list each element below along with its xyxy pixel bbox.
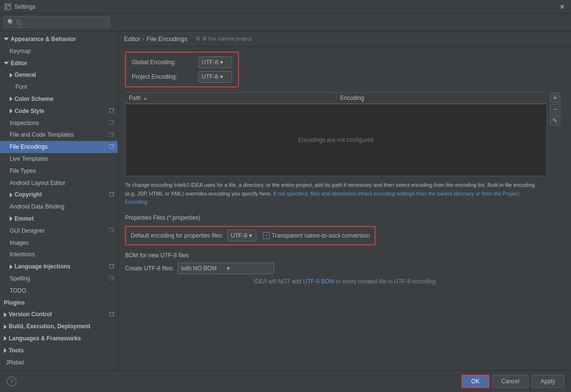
sidebar-item-label: Color Scheme (14, 95, 54, 103)
sidebar-item-gui-designer[interactable]: GUI Designer ❐ (0, 225, 118, 237)
sidebar-item-label: Editor (11, 59, 28, 68)
sidebar-item-appearance[interactable]: Appearance & Behavior (0, 33, 118, 45)
sidebar-item-file-types[interactable]: File Types (0, 165, 118, 177)
table-actions: + − ✎ (550, 92, 560, 126)
table-remove-button[interactable]: − (550, 104, 560, 114)
ok-button[interactable]: OK (461, 375, 489, 388)
dialog-body: 🔍 Appearance & Behavior Keymap Editor (0, 14, 571, 392)
sidebar-item-spelling[interactable]: Spelling ❐ (0, 273, 118, 285)
sidebar-item-android-layout[interactable]: Android Layout Editor (0, 177, 118, 189)
svg-rect-1 (6, 5, 7, 6)
global-encoding-dropdown[interactable]: UTF-8 ▾ (198, 56, 232, 68)
sidebar-item-languages[interactable]: Languages & Frameworks (0, 333, 118, 345)
global-encoding-label: Global Encoding: (132, 59, 195, 66)
help-button[interactable]: ? (7, 377, 16, 386)
properties-section-title: Properties Files (*.properties) (125, 214, 564, 221)
sidebar-item-label: GUI Designer (10, 227, 45, 235)
settings-icon: ⚙ (195, 36, 200, 42)
expand-icon (4, 348, 7, 353)
dropdown-arrow-icon: ▾ (227, 265, 271, 272)
expand-icon (10, 97, 13, 101)
sidebar-item-font[interactable]: Font (0, 81, 118, 93)
copy-icon: ❐ (109, 311, 114, 318)
bom-info-part2: to every created file in UTF-8 encoding (334, 278, 436, 285)
sidebar-item-language-injections[interactable]: Language Injections ❐ (0, 261, 118, 273)
sidebar-item-todo[interactable]: TODO (0, 285, 118, 297)
sidebar-item-general[interactable]: General (0, 69, 118, 81)
dropdown-arrow-icon: ▾ (249, 232, 252, 239)
expand-icon (4, 38, 9, 41)
sidebar-item-images[interactable]: Images (0, 237, 118, 249)
search-input[interactable] (16, 19, 107, 26)
sidebar-item-copyright[interactable]: Copyright ❐ (0, 189, 118, 201)
sidebar-item-label: JRebel (6, 359, 24, 367)
bom-info-text: IDEA will NOT add UTF-8 BOM to every cre… (125, 278, 564, 285)
sidebar-item-tools[interactable]: Tools (0, 345, 118, 357)
table-edit-button[interactable]: ✎ (550, 115, 560, 126)
sidebar-item-code-style[interactable]: Code Style ❐ (0, 105, 118, 117)
copy-icon: ❐ (109, 131, 114, 139)
encoding-section: Global Encoding: UTF-8 ▾ Project Encodin… (125, 52, 239, 87)
search-bar: 🔍 (0, 14, 571, 31)
expand-icon (10, 193, 13, 197)
table-container: Path ▲ Encoding Encodings are not config… (125, 92, 547, 176)
properties-encoding-dropdown[interactable]: UTF-8 ▾ (227, 230, 256, 241)
table-body: Encodings are not configured (125, 104, 547, 176)
sidebar-item-android-data[interactable]: Android Data Binding (0, 201, 118, 213)
sort-icon: ▲ (143, 96, 148, 101)
apply-button[interactable]: Apply (531, 375, 564, 388)
expand-icon (10, 109, 13, 113)
sidebar-item-label: Spelling (10, 275, 30, 283)
svg-rect-2 (8, 5, 10, 6)
sidebar-item-label: Android Data Binding (10, 203, 64, 211)
sidebar-item-version-control[interactable]: Version Control ❐ (0, 308, 118, 321)
sidebar-item-inspections[interactable]: Inspections ❐ (0, 117, 118, 129)
sidebar-item-file-code-templates[interactable]: File and Code Templates ❐ (0, 129, 118, 141)
dialog-footer: ? OK Cancel Apply (0, 370, 571, 392)
sidebar-item-label: Plugins (4, 299, 25, 307)
sidebar-item-label: Copyright (14, 191, 42, 199)
expand-icon (4, 336, 7, 341)
search-wrap[interactable]: 🔍 (4, 16, 110, 28)
svg-rect-0 (5, 4, 11, 10)
bom-section: BOM for new UTF-8 files Create UTF-8 fil… (125, 252, 564, 285)
project-encoding-row: Project Encoding: UTF-8 ▾ (132, 71, 232, 83)
transparent-checkbox[interactable] (263, 232, 270, 239)
project-encoding-dropdown[interactable]: UTF-8 ▾ (198, 71, 232, 83)
content-body: Global Encoding: UTF-8 ▾ Project Encodin… (118, 47, 571, 370)
sidebar-item-color-scheme[interactable]: Color Scheme (0, 93, 118, 105)
sidebar-item-jrebel[interactable]: JRebel (0, 357, 118, 369)
bom-section-title: BOM for new UTF-8 files (125, 252, 564, 259)
bom-link[interactable]: UTF-8 BOM (303, 278, 334, 285)
transparent-label: Transparent native-to-ascii conversion (272, 232, 370, 239)
sidebar-item-editor[interactable]: Editor (0, 57, 118, 70)
window-title: Settings (14, 3, 35, 10)
transparent-checkbox-wrap[interactable]: Transparent native-to-ascii conversion (263, 232, 370, 239)
table-add-button[interactable]: + (550, 92, 560, 103)
expand-icon (10, 73, 13, 78)
path-header: Path ▲ (125, 93, 336, 103)
sidebar-item-plugins[interactable]: Plugins (0, 297, 118, 309)
sidebar-item-live-templates[interactable]: Live Templates (0, 153, 118, 165)
sidebar-item-emmet[interactable]: Emmet (0, 213, 118, 225)
main-area: Appearance & Behavior Keymap Editor Gene… (0, 31, 571, 370)
bom-dropdown[interactable]: with NO BOM ▾ (178, 263, 274, 274)
sidebar-item-intentions[interactable]: Intentions (0, 249, 118, 261)
sidebar-item-label: Emmet (14, 215, 34, 223)
copy-icon: ❐ (109, 119, 114, 126)
sidebar-item-label: File Encodings (10, 143, 48, 151)
cancel-button[interactable]: Cancel (492, 375, 529, 388)
close-button[interactable]: ✕ (557, 2, 567, 12)
for-current-project: ⚙ ⚙ For current project (195, 36, 252, 42)
global-encoding-row: Global Encoding: UTF-8 ▾ (132, 56, 232, 68)
copy-icon: ❐ (109, 107, 114, 114)
sidebar-item-build[interactable]: Build, Execution, Deployment (0, 321, 118, 333)
sidebar-item-file-encodings[interactable]: File Encodings ❐ (0, 141, 118, 153)
dropdown-arrow-icon: ▾ (220, 59, 223, 66)
expand-icon (4, 62, 9, 65)
sidebar: Appearance & Behavior Keymap Editor Gene… (0, 31, 118, 370)
sidebar-item-keymap[interactable]: Keymap (0, 45, 118, 57)
expand-icon (10, 216, 13, 221)
project-encoding-value: UTF-8 (202, 73, 218, 80)
for-current-project-label: ⚙ For current project (202, 36, 252, 42)
